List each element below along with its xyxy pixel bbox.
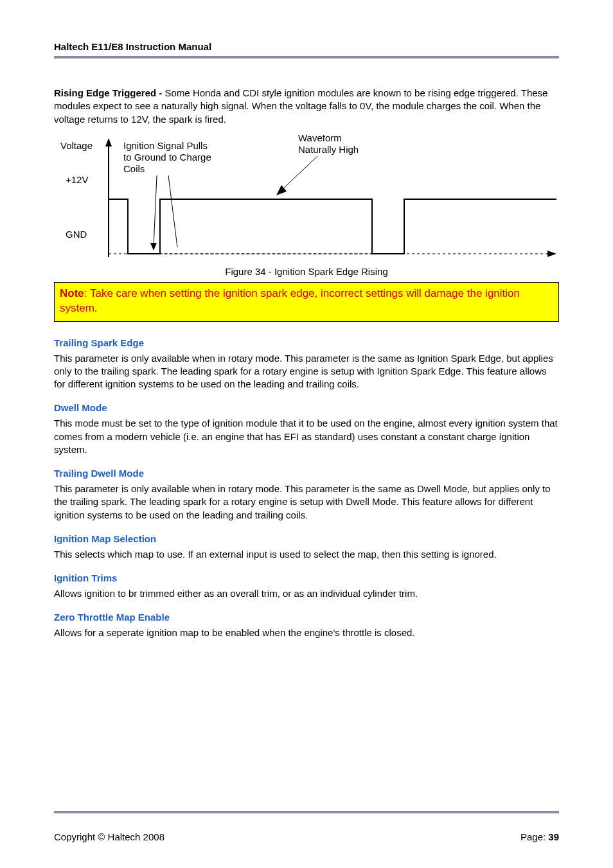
axis-tick-low: GND: [66, 229, 87, 240]
svg-line-6: [168, 175, 177, 247]
annot-pull-line1: Ignition Signal Pulls: [123, 140, 208, 151]
footer-row: Copyright © Haltech 2008 Page: 39: [54, 831, 559, 842]
section-body: Allows for a seperate ignition map to be…: [54, 626, 559, 639]
axis-tick-high: +12V: [66, 174, 88, 185]
svg-marker-7: [150, 243, 157, 251]
footer-divider: [54, 811, 559, 813]
annot-nat-line2: Naturally High: [298, 144, 359, 155]
svg-line-5: [154, 175, 157, 247]
footer-copyright: Copyright © Haltech 2008: [54, 831, 164, 842]
section-heading: Ignition Trims: [54, 572, 559, 583]
waveform-diagram: Voltage +12V GND Ignition Signal Pulls t…: [54, 135, 559, 263]
svg-marker-1: [105, 138, 112, 146]
annot-nat-line1: Waveform: [298, 135, 342, 143]
footer-page-label: Page:: [520, 831, 548, 842]
section-body: This parameter is only available when in…: [54, 352, 559, 391]
annot-pull-line3: Coils: [123, 163, 145, 174]
figure-caption: Figure 34 - Ignition Spark Edge Rising: [54, 266, 559, 277]
section-body: This parameter is only available when in…: [54, 483, 559, 522]
svg-line-8: [279, 156, 317, 193]
axis-label-voltage: Voltage: [60, 140, 93, 151]
figure-diagram: Voltage +12V GND Ignition Signal Pulls t…: [54, 135, 559, 263]
note-box: Note: Take care when setting the ignitio…: [54, 282, 559, 322]
section-heading: Dwell Mode: [54, 402, 559, 413]
page-header-title: Haltech E11/E8 Instruction Manual: [54, 41, 559, 52]
section-heading: Zero Throttle Map Enable: [54, 612, 559, 623]
section-body: This selects which map to use. If an ext…: [54, 548, 559, 561]
footer-page-number: 39: [548, 831, 559, 842]
note-text: Take care when setting the ignition spar…: [60, 287, 520, 314]
intro-bold-lead: Rising Edge Triggered -: [54, 87, 165, 98]
page: Haltech E11/E8 Instruction Manual Rising…: [0, 0, 613, 868]
note-label: Note: [60, 287, 84, 299]
section-body: Allows ignition to br trimmed either as …: [54, 587, 559, 600]
section-heading: Trailing Dwell Mode: [54, 468, 559, 479]
section-heading: Trailing Spark Edge: [54, 337, 559, 348]
intro-paragraph: Rising Edge Triggered - Some Honda and C…: [54, 87, 559, 126]
section-heading: Ignition Map Selection: [54, 533, 559, 544]
annot-pull-line2: to Ground to Charge: [123, 152, 211, 163]
header-divider: [54, 56, 559, 58]
svg-marker-3: [547, 251, 556, 257]
section-body: This mode must be set to the type of ign…: [54, 417, 559, 456]
footer-page: Page: 39: [520, 831, 559, 842]
